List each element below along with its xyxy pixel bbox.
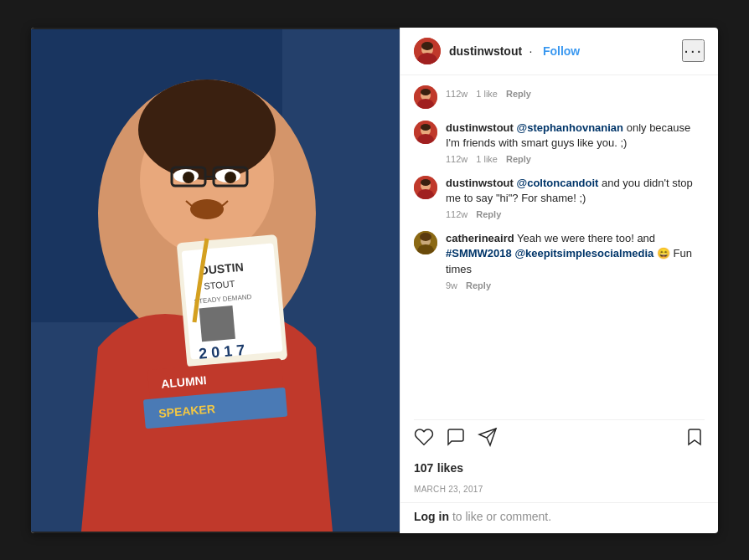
comment-time: 112w [446, 209, 467, 219]
reply-button[interactable]: Reply [506, 89, 531, 99]
share-button[interactable] [478, 427, 498, 452]
post-photo: DUSTIN STOUT STEADY DEMAND 2 0 1 7 ALUMN… [31, 28, 400, 533]
more-options-button[interactable]: ··· [682, 39, 705, 62]
comment-body: catherineaird Yeah we were there too! an… [446, 231, 705, 290]
comment-mention[interactable]: @stephanhovnanian [517, 121, 624, 134]
likes-label: likes [437, 461, 463, 475]
comment-body: 112w 1 like Reply [446, 85, 705, 99]
svg-point-8 [183, 172, 194, 183]
comment-item: catherineaird Yeah we were there too! an… [414, 231, 705, 290]
svg-point-35 [421, 124, 431, 131]
comment-mention[interactable]: @coltoncandoit [517, 177, 599, 189]
post-owner-info: dustinwstout · Follow [449, 44, 682, 59]
comment-item: 112w 1 like Reply [414, 85, 705, 109]
reply-button[interactable]: Reply [476, 209, 501, 219]
comments-section: 112w 1 like Reply [400, 75, 718, 419]
likes-count-row: 107 likes [400, 459, 718, 479]
like-button[interactable] [414, 427, 434, 452]
post-date: MARCH 23, 2017 [414, 485, 483, 494]
comment-body: dustinwstout @stephanhovnanian only beca… [446, 121, 705, 164]
comment-username: dustinwstout [446, 177, 514, 189]
reply-button[interactable]: Reply [506, 154, 531, 164]
comment-text: catherineaird Yeah we were there too! an… [446, 231, 705, 277]
comment-body: dustinwstout @coltoncandoit and you didn… [446, 176, 705, 219]
svg-point-31 [421, 89, 431, 95]
comment-mention2[interactable]: @keepitsimplesocialmedia [514, 247, 653, 259]
comment-button[interactable] [446, 427, 466, 452]
comment-hashtag[interactable]: #SMMW2018 [446, 247, 512, 259]
comment-text: dustinwstout @coltoncandoit and you didn… [446, 176, 705, 206]
svg-rect-19 [199, 305, 235, 341]
post-actions [400, 420, 718, 459]
comment-item: dustinwstout @coltoncandoit and you didn… [414, 176, 705, 219]
likes-count: 107 [414, 461, 433, 475]
comment-body-text: Yeah we were there too! and [517, 232, 655, 244]
bookmark-button[interactable] [684, 427, 705, 452]
svg-point-39 [421, 179, 431, 186]
comment-meta: 112w Reply [446, 209, 705, 219]
owner-username: dustinwstout [449, 44, 522, 58]
comment-likes: 1 like [476, 154, 498, 164]
follow-button[interactable]: Follow [540, 44, 583, 58]
svg-point-27 [421, 42, 433, 50]
comment-time: 112w [446, 154, 467, 164]
svg-point-13 [190, 199, 224, 219]
reply-button[interactable]: Reply [466, 280, 491, 290]
svg-point-5 [138, 80, 276, 180]
comment-meta: 9w Reply [446, 280, 705, 290]
comment-time: 112w [446, 89, 467, 99]
login-prompt-text: to like or comment. [452, 510, 551, 523]
header-dot: · [529, 44, 533, 58]
post-date-row: MARCH 23, 2017 [400, 479, 718, 502]
comment-meta: 112w 1 like Reply [446, 89, 705, 99]
post-right-panel: dustinwstout · Follow ··· [400, 28, 718, 533]
post-header: dustinwstout · Follow ··· [400, 28, 718, 75]
comment-avatar [414, 121, 437, 144]
svg-point-9 [225, 172, 236, 183]
login-link[interactable]: Log in [414, 510, 449, 523]
comment-avatar [414, 231, 437, 254]
comment-text: dustinwstout @stephanhovnanian only beca… [446, 121, 705, 151]
post-card: DUSTIN STOUT STEADY DEMAND 2 0 1 7 ALUMN… [31, 28, 718, 533]
comment-meta: 112w 1 like Reply [446, 154, 705, 164]
comment-avatar [414, 85, 437, 109]
post-owner-avatar [414, 38, 441, 64]
comment-likes: 1 like [476, 89, 498, 99]
comment-time: 9w [446, 280, 457, 290]
svg-point-43 [420, 233, 431, 241]
comment-item: dustinwstout @stephanhovnanian only beca… [414, 121, 705, 164]
comment-avatar [414, 176, 437, 199]
comment-username: catherineaird [446, 232, 514, 244]
comment-username: dustinwstout [446, 121, 514, 134]
login-prompt: Log in to like or comment. [400, 502, 718, 533]
